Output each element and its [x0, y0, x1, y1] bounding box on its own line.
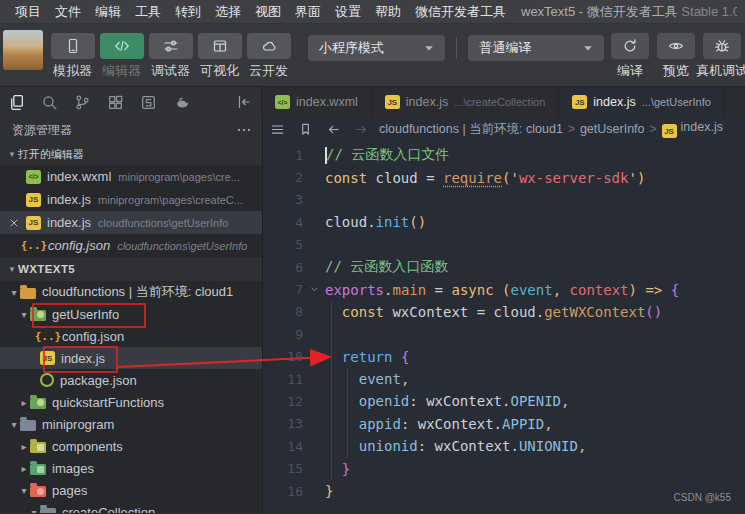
code-line-3[interactable]: 3 — [263, 189, 745, 211]
tab-bar: </> index.wxml JS index.js ...\createCol… — [262, 87, 745, 117]
breadcrumb-item[interactable]: JSindex.js — [662, 120, 723, 139]
line-number: 15 — [263, 461, 303, 476]
tree-item-label: cloudfunctions | 当前环境: cloud1 — [42, 283, 233, 301]
code-line-12[interactable]: 12 openid: wxContext.OPENID, — [263, 390, 745, 412]
tree-item-index.js[interactable]: JS index.js — [0, 347, 262, 369]
more-actions-icon[interactable] — [236, 122, 252, 138]
tree-item-images[interactable]: ▸ images — [0, 457, 262, 479]
breadcrumb-item[interactable]: getUserInfo — [580, 122, 645, 136]
layout-icon — [198, 33, 242, 59]
open-editor-path: cloudfunctions\getUserInfo — [98, 217, 228, 229]
subbar: </> index.wxml JS index.js ...\createCol… — [0, 87, 745, 117]
menu-item[interactable]: 界面 — [288, 3, 328, 21]
open-editors-section-header[interactable]: ▾ 打开的编辑器 — [0, 143, 262, 165]
blocks-icon[interactable] — [107, 94, 124, 111]
editor-panel: cloudfunctions | 当前环境: cloud1> getUserIn… — [263, 117, 745, 513]
open-editor-item[interactable]: {..} config.json cloudfunctions\getUserI… — [0, 234, 262, 257]
outline-list-icon[interactable] — [270, 122, 285, 137]
js-file-icon: JS — [662, 124, 677, 138]
menu-item[interactable]: 转到 — [168, 3, 208, 21]
menu-item[interactable]: 微信开发者工具 — [408, 3, 513, 21]
tree-item-createCollection[interactable]: ▾ createCollection — [0, 501, 262, 513]
code-line-7[interactable]: 7 exports.main = async (event, context) … — [263, 278, 745, 300]
js-file-icon: JS — [572, 95, 587, 109]
tree-item-quickstartFunctions[interactable]: ▸ quickstartFunctions — [0, 391, 262, 413]
menu-item[interactable]: 文件 — [48, 3, 88, 21]
tree-item-miniprogram[interactable]: ▾ miniprogram — [0, 413, 262, 435]
open-editor-item[interactable]: JS index.js cloudfunctions\getUserInfo — [0, 211, 262, 234]
action-refresh[interactable]: 编译 — [607, 24, 653, 80]
menu-item[interactable]: 项目 — [8, 3, 48, 21]
cloud-icon — [247, 33, 291, 59]
tree-item-config.json[interactable]: {..} config.json — [0, 325, 262, 347]
workspace-section-header[interactable]: ▾ WXTEXT5 — [0, 257, 262, 281]
menu-item[interactable]: 设置 — [328, 3, 368, 21]
watermark: CSDN @k55 — [674, 492, 731, 503]
storage-icon[interactable] — [140, 94, 157, 111]
code-line-4[interactable]: 4 cloud.init() — [263, 211, 745, 233]
forward-arrow-icon[interactable] — [354, 122, 369, 137]
line-number: 11 — [263, 372, 303, 387]
tree-item-components[interactable]: ▸ components — [0, 435, 262, 457]
menu-item[interactable]: 工具 — [128, 3, 168, 21]
toolbar-button-cloud[interactable]: 云开发 — [245, 24, 292, 80]
git-icon[interactable] — [74, 94, 91, 111]
fold-chevron-icon[interactable] — [303, 283, 325, 296]
action-eye[interactable]: 预览 — [653, 24, 699, 80]
tree-item-label: miniprogram — [42, 417, 114, 432]
tree-item-label: package.json — [60, 373, 137, 388]
indent-guide — [347, 368, 348, 390]
folder-orange-icon — [20, 288, 36, 299]
breadcrumb-item[interactable]: cloudfunctions | 当前环境: cloud1 — [379, 121, 563, 138]
open-editor-item[interactable]: </> index.wxml miniprogram\pages\cre... — [0, 165, 262, 188]
code-line-5[interactable]: 5 — [263, 234, 745, 256]
tab-index.wxml[interactable]: </> index.wxml — [262, 87, 372, 117]
menu-item[interactable]: 编辑 — [88, 3, 128, 21]
tree-item-pages[interactable]: ▾ pages — [0, 479, 262, 501]
menu-item[interactable]: 帮助 — [368, 3, 408, 21]
teapot-icon[interactable] — [173, 94, 190, 111]
code-line-14[interactable]: 14 unionid: wxContext.UNIONID, — [263, 435, 745, 457]
main-area: 资源管理器 ▾ 打开的编辑器 </> index.wxml miniprogra… — [0, 117, 745, 513]
code-line-9[interactable]: 9 — [263, 323, 745, 345]
tab-index.js[interactable]: JS index.js ...\createCollection — [372, 87, 560, 117]
code-area[interactable]: 1 // 云函数入口文件 2 const cloud = require('wx… — [263, 141, 745, 513]
code-icon — [100, 33, 144, 59]
tab-index.js[interactable]: JS index.js ...\getUserInfo — [559, 87, 724, 117]
open-editor-item[interactable]: JS index.js miniprogram\pages\createC... — [0, 188, 262, 211]
menu-item[interactable]: 视图 — [248, 3, 288, 21]
tree-item-cloudfunctions[interactable]: ▾ cloudfunctions | 当前环境: cloud1 — [0, 281, 262, 303]
toolbar-button-code[interactable]: 编辑器 — [98, 24, 145, 80]
code-line-11[interactable]: 11 event, — [263, 368, 745, 390]
window-title: wexText5 - 微信开发者工具 Stable 1.06.220609 — [513, 3, 737, 21]
search-icon[interactable] — [41, 94, 58, 111]
mode-dropdown[interactable]: 小程序模式 — [308, 35, 445, 61]
fold-chevron-icon[interactable] — [303, 350, 325, 363]
close-icon[interactable] — [8, 217, 26, 229]
code-line-1[interactable]: 1 // 云函数入口文件 — [263, 144, 745, 166]
toolbar-button-phone[interactable]: 模拟器 — [49, 24, 96, 80]
files-icon[interactable] — [8, 94, 25, 111]
tree-item-getUserInfo[interactable]: ▾ getUserInfo — [0, 303, 262, 325]
code-line-15[interactable]: 15 } — [263, 457, 745, 479]
code-line-2[interactable]: 2 const cloud = require('wx-server-sdk') — [263, 166, 745, 188]
toolbar-button-sliders[interactable]: 调试器 — [147, 24, 194, 80]
bookmark-icon[interactable] — [298, 122, 313, 137]
code-line-13[interactable]: 13 appid: wxContext.APPID, — [263, 413, 745, 435]
back-arrow-icon[interactable] — [326, 122, 341, 137]
avatar[interactable] — [3, 30, 43, 70]
code-line-10[interactable]: 10 return { — [263, 346, 745, 368]
collapse-sidebar-icon[interactable] — [236, 94, 252, 110]
menu-item[interactable]: 选择 — [208, 3, 248, 21]
json-file-icon: {..} — [40, 329, 56, 343]
line-number: 10 — [263, 349, 303, 364]
code-line-8[interactable]: 8 const wxContext = cloud.getWXContext() — [263, 301, 745, 323]
action-bug[interactable]: 真机调试 — [699, 24, 745, 80]
tree-item-label: pages — [52, 483, 87, 498]
code-line-6[interactable]: 6 // 云函数入口函数 — [263, 256, 745, 278]
toolbar-button-layout[interactable]: 可视化 — [196, 24, 243, 80]
indent-guide — [331, 435, 332, 457]
open-editor-path: miniprogram\pages\createC... — [98, 194, 243, 206]
tree-item-package.json[interactable]: package.json — [0, 369, 262, 391]
compile-dropdown[interactable]: 普通编译 — [468, 35, 604, 61]
